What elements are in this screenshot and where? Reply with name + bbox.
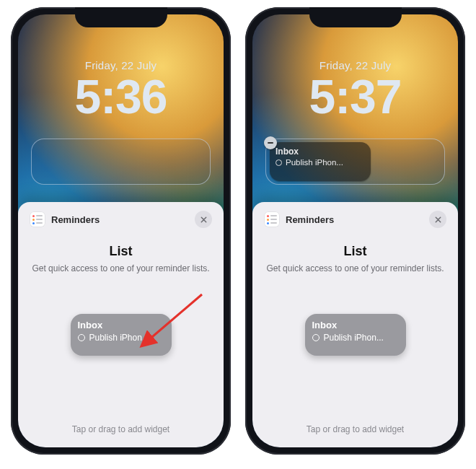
picker-app-name: Reminders xyxy=(51,214,100,225)
lockscreen-widget-slot[interactable]: Inbox Publish iPhon... xyxy=(265,139,445,185)
lockscreen-time: 5:37 xyxy=(252,73,458,120)
reminders-list-widget[interactable]: Inbox Publish iPhon... xyxy=(305,314,406,356)
lock-screen: Friday, 22 July 5:37 Inbox Publish iPhon… xyxy=(252,14,458,447)
picker-hint: Tap or drag to add widget xyxy=(72,424,169,434)
picker-title: List xyxy=(343,244,366,259)
lockscreen-widget-slot[interactable] xyxy=(31,139,211,185)
reminders-app-icon xyxy=(264,211,280,227)
reminder-bullet-icon xyxy=(312,334,319,341)
widget-item-preview: Publish iPhon... xyxy=(286,158,343,167)
reminders-app-icon xyxy=(30,211,45,227)
picker-title: List xyxy=(109,244,132,259)
iphone-device-frame: Friday, 22 July 5:36 Reminders List xyxy=(11,7,231,455)
widget-item-preview: Publish iPhon... xyxy=(324,333,384,343)
close-button[interactable] xyxy=(429,211,446,228)
picker-hint: Tap or drag to add widget xyxy=(307,424,404,434)
lock-screen: Friday, 22 July 5:36 Reminders List xyxy=(18,14,224,447)
picker-subtitle: Get quick access to one of your reminder… xyxy=(32,263,209,273)
picker-app-name: Reminders xyxy=(286,214,334,225)
reminder-bullet-icon xyxy=(78,334,85,341)
widget-list-name: Inbox xyxy=(276,146,365,157)
close-button[interactable] xyxy=(195,211,212,228)
iphone-device-frame: Friday, 22 July 5:37 Inbox Publish iPhon… xyxy=(245,7,465,455)
remove-widget-button[interactable] xyxy=(264,136,277,149)
picker-subtitle: Get quick access to one of your reminder… xyxy=(266,263,444,273)
device-notch xyxy=(309,7,402,27)
widget-list-name: Inbox xyxy=(312,320,399,330)
widget-picker-sheet: Reminders List Get quick access to one o… xyxy=(18,202,224,447)
widget-list-name: Inbox xyxy=(78,320,164,330)
widget-item-preview: Publish iPhon... xyxy=(89,333,149,343)
lockscreen-time: 5:36 xyxy=(18,73,224,120)
device-notch xyxy=(75,7,167,27)
reminders-list-widget[interactable]: Inbox Publish iPhon... xyxy=(71,314,172,356)
reminder-bullet-icon xyxy=(276,159,282,166)
placed-reminders-widget[interactable]: Inbox Publish iPhon... xyxy=(270,142,371,181)
widget-picker-sheet: Reminders List Get quick access to one o… xyxy=(252,202,458,447)
